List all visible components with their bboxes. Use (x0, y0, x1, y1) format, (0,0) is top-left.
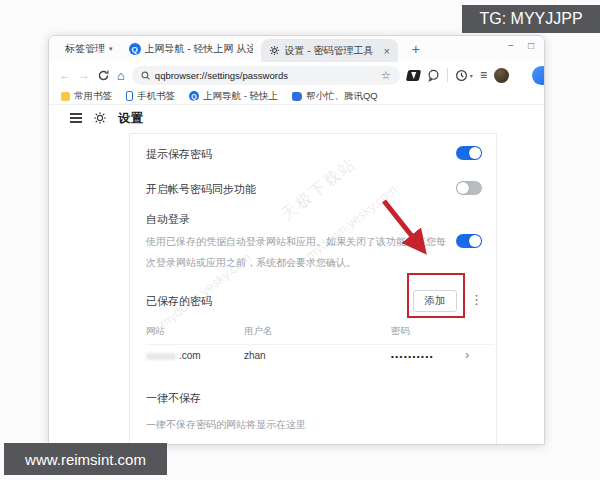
bookmark-mobile[interactable]: 手机书签 (126, 90, 175, 103)
toggle-password-sync[interactable] (456, 181, 482, 195)
redacted-site (146, 353, 176, 360)
menu-icon[interactable]: ≡ (480, 68, 487, 82)
history-icon[interactable]: ▾ (455, 69, 473, 82)
gear-icon (93, 111, 107, 125)
toggle-auto-login[interactable] (456, 234, 482, 248)
gear-icon (269, 45, 281, 57)
table-row-username: zhan (244, 350, 266, 361)
column-header-site: 网站 (146, 325, 165, 338)
bookmark-label: 帮小忙、腾讯QQ (306, 90, 378, 103)
toggle-prompt-save-password[interactable] (456, 146, 482, 160)
settings-header: 设置 (49, 105, 544, 131)
card-top-border (129, 133, 496, 134)
browser-window: 标签管理 ▾ Q 上网导航 - 轻快上网 从这里开始 设置 - 密码管理工具 ×… (48, 35, 545, 445)
watermark-site-badge: www.reimsint.com (4, 443, 167, 475)
bookmark-label: 上网导航 - 轻快上 (203, 90, 278, 103)
diagonal-watermark: 天极下载站 (277, 154, 361, 226)
auto-login-description: 使用已保存的凭据自动登录网站和应用。如果关闭了该功能，在您每次登录网站或应用之前… (146, 231, 450, 273)
chevron-down-icon: ▾ (109, 45, 113, 53)
search-icon (141, 71, 150, 80)
column-header-password: 密码 (391, 325, 410, 338)
settings-content: 天极下载站 mydown.yesky.com mydown.yesky.com … (49, 131, 544, 445)
home-icon[interactable]: ⌂ (117, 69, 125, 82)
section-title-auto-login: 自动登录 (146, 212, 190, 227)
toolbar-divider (447, 68, 448, 82)
watermark-telegram-badge: TG: MYYJJPP (462, 5, 600, 33)
never-save-empty-hint: 一律不保存密码的网站将显示在这里 (146, 418, 306, 432)
new-tab-button[interactable]: + (412, 41, 420, 57)
browser-toolbar: ← → ⌂ qqbrowser://settings/passwords ☆ (49, 62, 544, 88)
address-bar[interactable]: qqbrowser://settings/passwords ☆ (132, 66, 400, 85)
tab-title: 设置 - 密码管理工具 (285, 44, 374, 58)
tab-settings-active[interactable]: 设置 - 密码管理工具 × (261, 39, 398, 62)
bookmark-nav[interactable]: Q 上网导航 - 轻快上 (189, 90, 278, 103)
forward-icon[interactable]: → (78, 69, 90, 81)
reload-icon[interactable] (97, 69, 110, 82)
tab-strip: 标签管理 ▾ Q 上网导航 - 轻快上网 从这里开始 设置 - 密码管理工具 ×… (49, 36, 544, 62)
tab-label-manager[interactable]: 标签管理 ▾ (57, 36, 121, 62)
bookmarks-bar: 常用书签 手机书签 Q 上网导航 - 轻快上 帮小忙、腾讯QQ (49, 88, 544, 105)
table-divider (146, 344, 494, 345)
tab-nav-home[interactable]: Q 上网导航 - 轻快上网 从这里开始 (121, 36, 261, 62)
section-title-saved-passwords: 已保存的密码 (146, 294, 212, 309)
annotation-rectangle (407, 273, 465, 318)
column-header-username: 用户名 (244, 325, 273, 338)
bookmark-common[interactable]: 常用书签 (61, 90, 112, 103)
sidebar-divider (129, 133, 130, 445)
annotation-arrow (49, 131, 544, 445)
extension-icon[interactable] (406, 70, 421, 81)
chevron-down-icon: ▾ (470, 72, 473, 79)
feedback-bubble-icon[interactable] (427, 69, 440, 82)
phone-icon (126, 91, 133, 101)
hamburger-menu-icon[interactable] (70, 113, 82, 123)
qqbrowser-favicon: Q (129, 43, 141, 55)
table-row-password: •••••••••• (391, 352, 434, 361)
page-title: 设置 (118, 110, 144, 127)
profile-blue-circle[interactable] (532, 66, 545, 85)
section-title-never-save: 一律不保存 (146, 391, 201, 406)
bookmark-label: 常用书签 (74, 90, 112, 103)
tab-title: 上网导航 - 轻快上网 从这里开始 (145, 42, 253, 56)
minimize-button[interactable]: − (508, 40, 514, 51)
bookmark-qq-help[interactable]: 帮小忙、腾讯QQ (292, 90, 378, 103)
card-right-border (496, 133, 497, 445)
table-row-site[interactable]: .com (146, 350, 201, 361)
folder-icon (61, 92, 70, 101)
tab-title: 标签管理 (65, 42, 105, 56)
maximize-button[interactable]: □ (528, 40, 534, 51)
close-icon[interactable]: × (383, 45, 389, 57)
bookmark-star-icon[interactable]: ☆ (381, 69, 391, 82)
chevron-right-icon[interactable]: › (465, 347, 469, 362)
qqbrowser-favicon: Q (189, 91, 199, 101)
back-icon[interactable]: ← (59, 69, 71, 81)
avatar[interactable] (494, 68, 509, 83)
toggle-row-label: 开启帐号密码同步功能 (146, 182, 256, 197)
toggle-row-label: 提示保存密码 (146, 147, 212, 162)
qq-help-icon (292, 92, 302, 101)
bookmark-label: 手机书签 (137, 90, 175, 103)
more-menu-icon[interactable]: ⋮ (470, 292, 483, 307)
window-controls: − □ (508, 40, 534, 51)
url-text[interactable]: qqbrowser://settings/passwords (155, 70, 376, 81)
